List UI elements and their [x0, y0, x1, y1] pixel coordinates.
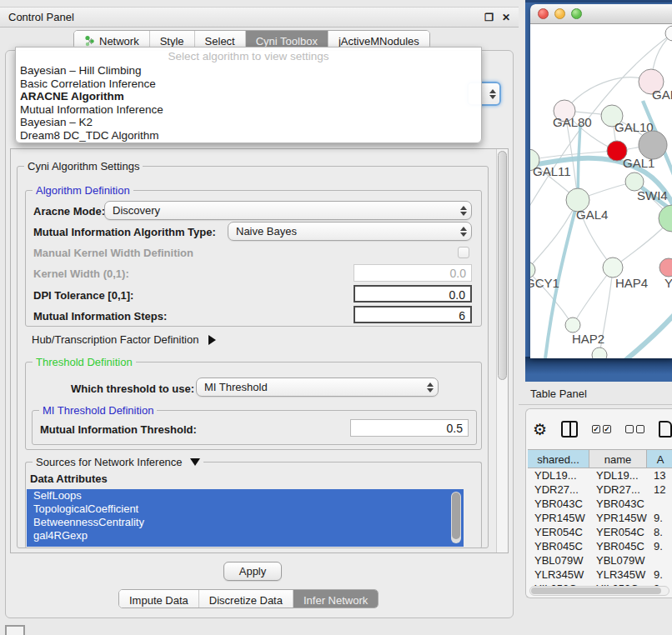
tab-infer-network[interactable]: Infer Network	[293, 590, 378, 608]
tab-jactivemnodules[interactable]: jActiveMNodules	[328, 31, 429, 48]
table-row[interactable]: YBR045CYBR045C9.	[528, 539, 672, 553]
which-threshold-label: Which threshold to use:	[71, 382, 194, 395]
float-window-icon[interactable]: ❐	[484, 12, 494, 23]
node-label-gal11: GAL11	[533, 164, 571, 178]
algorithm-option[interactable]: Basic Correlation Inference	[16, 78, 481, 91]
algorithm-option[interactable]: Bayesian – K2	[16, 116, 481, 129]
table-cell: 9.	[647, 568, 672, 582]
zoom-traffic-light-icon[interactable]	[571, 8, 582, 19]
table-row[interactable]: YLR345WYLR345W9.	[528, 568, 672, 582]
table-row[interactable]: YPR145WYPR145W9.	[528, 511, 672, 525]
cyni-algorithm-settings-title: Cyni Algorithm Settings	[24, 160, 143, 172]
table-cell: YBR043C	[589, 497, 647, 511]
mi-steps-field[interactable]: 6	[354, 306, 472, 323]
gear-icon[interactable]: ⚙	[533, 422, 547, 438]
tab-style[interactable]: Style	[150, 31, 195, 48]
tab-discretize-data[interactable]: Discretize Data	[199, 590, 293, 608]
algorithm-dropdown: Select algorithm to view settings Bayesi…	[15, 47, 482, 143]
algorithm-option[interactable]: Bayesian – Hill Climbing	[16, 64, 481, 78]
table-cell: YER054C	[589, 525, 647, 539]
table-cell: YBR045C	[528, 539, 589, 553]
column-header[interactable]: shared...	[528, 449, 589, 468]
network-node-big-green[interactable]	[659, 205, 672, 232]
column-header[interactable]: name	[589, 449, 647, 468]
network-node-partial-bottom[interactable]	[592, 348, 607, 358]
document-icon[interactable]	[659, 421, 672, 438]
close-window-icon[interactable]: ✕	[502, 12, 510, 23]
aracne-mode-value: Discovery	[113, 204, 160, 217]
hub-definition-toggle[interactable]: Hub/Transcription Factor Definition	[32, 333, 216, 346]
node-label-hap2: HAP2	[572, 332, 604, 346]
collapsed-mini-panel[interactable]	[5, 625, 25, 635]
mi-threshold-label: Mutual Information Threshold:	[40, 423, 197, 436]
dpi-tolerance-field[interactable]: 0.0	[354, 285, 472, 302]
manual-kernel-width-checkbox[interactable]	[458, 247, 469, 258]
settings-vertical-scrollbar[interactable]	[496, 149, 508, 552]
column-header[interactable]: A	[647, 449, 672, 468]
algorithm-option[interactable]: Dream8 DC_TDC Algorithm	[16, 129, 481, 142]
aracne-mode-combo[interactable]: Discovery	[104, 201, 472, 220]
kernel-width-field[interactable]: 0.0	[354, 264, 472, 282]
network-canvas[interactable]: GALGAL80GAL10GAL1GAL11SWI4GAL4GCY1HAP4YH…	[530, 24, 672, 358]
mi-algorithm-type-label: Mutual Information Algorithm Type:	[33, 226, 216, 238]
combo-stepper-arrows-icon	[489, 89, 496, 99]
dpi-tolerance-label: DPI Tolerance [0,1]:	[33, 289, 133, 302]
table-cell: YBR045C	[589, 539, 647, 553]
network-edge[interactable]	[530, 200, 578, 270]
apply-button[interactable]: Apply	[223, 562, 282, 581]
network-node-gray-node[interactable]	[639, 131, 667, 159]
table-cell: 13	[647, 468, 672, 482]
table-row[interactable]: YDR27...YDR27...12	[528, 482, 672, 497]
data-attributes-label: Data Attributes	[30, 472, 108, 485]
table-cell	[647, 553, 672, 568]
network-icon	[84, 35, 95, 47]
split-columns-icon[interactable]	[561, 421, 578, 438]
minimize-traffic-light-icon[interactable]	[554, 8, 565, 19]
mi-threshold-field[interactable]: 0.5	[350, 419, 469, 437]
hscrollbar-thumb[interactable]	[531, 588, 661, 594]
network-edge[interactable]	[573, 268, 613, 325]
scrollbar-thumb[interactable]	[498, 151, 507, 380]
mi-algorithm-type-combo[interactable]: Naive Bayes	[228, 222, 472, 241]
list-scrollbar[interactable]	[451, 492, 461, 543]
select-all-checks-icon[interactable]: ✓✓	[592, 425, 611, 433]
table-cell: YBL079W	[528, 553, 589, 568]
tab-select[interactable]: Select	[195, 31, 246, 48]
combo-stepper-arrows-icon	[456, 202, 471, 219]
network-graph: GALGAL80GAL10GAL1GAL11SWI4GAL4GCY1HAP4YH…	[530, 24, 672, 358]
data-attribute-item[interactable]: TopologicalCoefficient	[27, 502, 464, 516]
network-node-hap2[interactable]	[565, 318, 580, 332]
data-attribute-item[interactable]: BetweennessCentrality	[27, 516, 464, 529]
table-horizontal-scrollbar[interactable]	[529, 586, 669, 596]
table-cell: YDL19...	[528, 468, 589, 482]
algorithm-option[interactable]: Mutual Information Inference	[16, 103, 481, 117]
table-cell: YER054C	[528, 525, 589, 539]
algorithm-option[interactable]: ARACNE Algorithm	[16, 90, 481, 103]
data-attributes-list[interactable]: SelfLoopsTopologicalCoefficientBetweenne…	[27, 489, 464, 547]
table-row[interactable]: YBR043CYBR043C	[528, 497, 672, 511]
deselect-all-checks-icon[interactable]	[625, 425, 644, 433]
table-row[interactable]: YBL079WYBL079W	[528, 553, 672, 568]
mi-steps-label: Mutual Information Steps:	[33, 310, 167, 322]
tab-network[interactable]: Network	[74, 31, 150, 48]
data-attribute-item[interactable]: SelfLoops	[27, 489, 464, 502]
tab-cyni-toolbox[interactable]: Cyni Toolbox	[246, 31, 328, 48]
table-cell	[647, 497, 672, 511]
kernel-width-label: Kernel Width (0,1):	[33, 268, 129, 280]
close-traffic-light-icon[interactable]	[538, 8, 549, 19]
network-window-titlebar[interactable]	[530, 4, 672, 24]
list-scrollbar-thumb[interactable]	[452, 492, 460, 539]
tab-label: Network	[99, 35, 139, 48]
which-threshold-combo[interactable]: MI Threshold	[196, 378, 439, 397]
network-edge[interactable]	[624, 306, 672, 358]
algorithm-definition-title: Algorithm Definition	[33, 184, 133, 197]
table-cell: YPR145W	[589, 511, 647, 525]
collapse-arrow-icon[interactable]	[190, 458, 200, 466]
tab-impute-data[interactable]: Impute Data	[119, 590, 199, 608]
network-node-hap4[interactable]	[603, 258, 623, 278]
table-panel-title: Table Panel	[530, 388, 587, 400]
table-row[interactable]: YER054CYER054C8.	[528, 525, 672, 539]
data-attribute-item[interactable]: gal4RGexp	[27, 529, 464, 542]
table-row[interactable]: YDL19...YDL19...13	[528, 468, 672, 482]
network-node-salmon-node[interactable]	[659, 258, 672, 277]
